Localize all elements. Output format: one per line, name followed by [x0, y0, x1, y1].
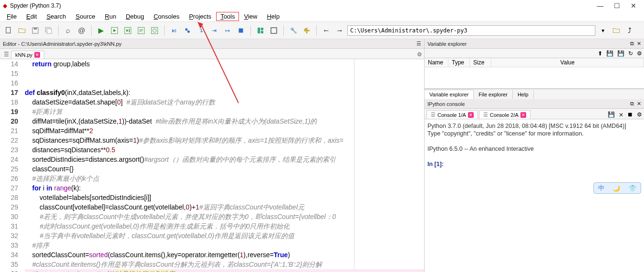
varexp-tab-0[interactable]: Variable explorer — [425, 90, 474, 99]
svg-rect-2 — [34, 28, 37, 30]
minimize-button[interactable]: — — [597, 2, 603, 10]
rerun-button[interactable] — [149, 25, 160, 36]
svg-rect-0 — [6, 27, 10, 33]
varexp-import-icon[interactable]: ⬆ — [598, 50, 602, 57]
save-button[interactable] — [30, 25, 41, 36]
console-tabbar: ☰ Console 1/A ✕☰ Console 2/A ✕ 💾 ⨯ ⏹ ⚙ — [425, 109, 644, 119]
menu-edit[interactable]: Edit — [21, 12, 42, 21]
svg-rect-12 — [187, 31, 190, 33]
title-bar: ◆ Spyder (Python 3.7) — ☐ ✕ — [0, 0, 644, 11]
menu-search[interactable]: Search — [42, 12, 71, 21]
menu-help[interactable]: Help — [262, 12, 284, 21]
varexp-saveas-icon[interactable]: 💾 — [617, 50, 624, 57]
menu-run[interactable]: Run — [100, 12, 121, 21]
run-button[interactable]: ▶ — [95, 25, 107, 36]
svg-rect-15 — [261, 28, 263, 30]
dir-dropdown-button[interactable]: ▾ — [597, 25, 609, 36]
editor-gear-icon[interactable]: ⚙ — [417, 51, 422, 58]
browse-dir-button[interactable] — [611, 25, 622, 36]
menu-projects[interactable]: Projects — [184, 12, 216, 21]
svg-rect-4 — [47, 29, 52, 33]
menu-file[interactable]: File — [2, 12, 21, 21]
layout-button[interactable] — [255, 25, 266, 36]
pythonpath-button[interactable] — [301, 25, 312, 36]
main-toolbar: ⌕ @ ▶ ⏯ ↴ ⇥ ↦ 🔧 ← → ▾ ⤴ — [0, 22, 644, 39]
svg-rect-16 — [261, 31, 263, 33]
maximize-button[interactable]: ☐ — [614, 2, 620, 10]
window-title: Spyder (Python 3.7) — [10, 2, 61, 9]
svg-rect-14 — [258, 28, 260, 33]
app-icon: ◆ — [3, 2, 7, 9]
run-cell-advance-button[interactable] — [122, 25, 134, 36]
forward-button[interactable]: → — [334, 25, 345, 36]
svg-point-10 — [153, 29, 156, 32]
svg-rect-11 — [186, 28, 188, 31]
annotation-arrow — [196, 22, 243, 108]
save-all-button[interactable] — [43, 25, 54, 36]
menu-view[interactable]: View — [239, 12, 262, 21]
preferences-button[interactable]: 🔧 — [288, 25, 299, 36]
varexp-tabs: Variable explorerFile explorerHelp — [425, 89, 644, 99]
menu-consoles[interactable]: Consoles — [149, 12, 184, 21]
menubar: FileEditSearchSourceRunDebugConsolesProj… — [0, 11, 644, 22]
console-interrupt-icon[interactable]: ⨯ — [619, 111, 623, 118]
svg-rect-17 — [271, 28, 277, 33]
console-save-icon[interactable]: 💾 — [608, 111, 615, 118]
fullscreen-button[interactable] — [268, 25, 280, 36]
console-tab-0[interactable]: ☰ Console 1/A ✕ — [426, 110, 478, 119]
menu-source[interactable]: Source — [71, 12, 100, 21]
console-output[interactable]: Python 3.7.0 (default, Jun 28 2018, 08:0… — [425, 119, 644, 272]
varexp-gear-icon[interactable]: ⚙ — [637, 50, 642, 57]
at-button[interactable]: @ — [76, 25, 87, 36]
debug-step-button[interactable] — [182, 25, 193, 36]
close-button[interactable]: ✕ — [631, 2, 636, 10]
svg-rect-7 — [129, 29, 130, 32]
open-file-button[interactable] — [16, 25, 28, 36]
varexp-save-icon[interactable]: 💾 — [606, 50, 613, 57]
new-file-button[interactable] — [3, 25, 14, 36]
debug-button[interactable]: ⏯ — [168, 25, 180, 36]
find-button[interactable]: ⌕ — [62, 25, 74, 36]
ipython-pin-icon[interactable]: ⧉ — [630, 101, 634, 107]
svg-line-19 — [200, 23, 239, 103]
tab-list-button[interactable]: ☰ — [2, 51, 11, 59]
close-tab-icon[interactable]: ✕ — [34, 52, 40, 58]
menu-debug[interactable]: Debug — [121, 12, 149, 21]
varexp-tab-1[interactable]: File explorer — [474, 90, 513, 99]
varexp-close-icon[interactable]: ✕ — [637, 41, 641, 47]
ipython-title: IPython console ⧉✕ — [425, 99, 644, 109]
varexp-refresh-icon[interactable]: ↻ — [628, 50, 633, 57]
tab-knn-py[interactable]: kNN.py ✕ — [11, 51, 44, 59]
ime-toolbar[interactable]: 中🌙👕 — [593, 182, 641, 194]
menu-tools[interactable]: Tools — [216, 12, 239, 21]
tab-label: kNN.py — [15, 52, 32, 58]
console-gear-icon[interactable]: ⚙ — [637, 111, 642, 118]
run-cell-button[interactable] — [109, 25, 120, 36]
console-tab-1[interactable]: ☰ Console 2/A ✕ — [479, 110, 530, 119]
console-stop-icon[interactable]: ⏹ — [627, 111, 633, 118]
varexp-header: NameTypeSizeValue — [425, 58, 644, 67]
varexp-pin-icon[interactable]: ⧉ — [630, 41, 634, 47]
working-dir-input[interactable] — [347, 25, 595, 36]
svg-rect-9 — [151, 27, 158, 34]
varexp-title: Variable explorer ⧉✕ — [425, 39, 644, 49]
run-selection-button[interactable] — [135, 25, 147, 36]
parent-dir-button[interactable]: ⤴ — [624, 25, 635, 36]
editor-options-icon[interactable]: ☰ — [416, 41, 421, 47]
varexp-tab-2[interactable]: Help — [513, 90, 534, 99]
ipython-close-icon[interactable]: ✕ — [637, 101, 641, 107]
svg-point-18 — [305, 28, 306, 30]
back-button[interactable]: ← — [321, 25, 332, 36]
varexp-body — [425, 67, 644, 88]
